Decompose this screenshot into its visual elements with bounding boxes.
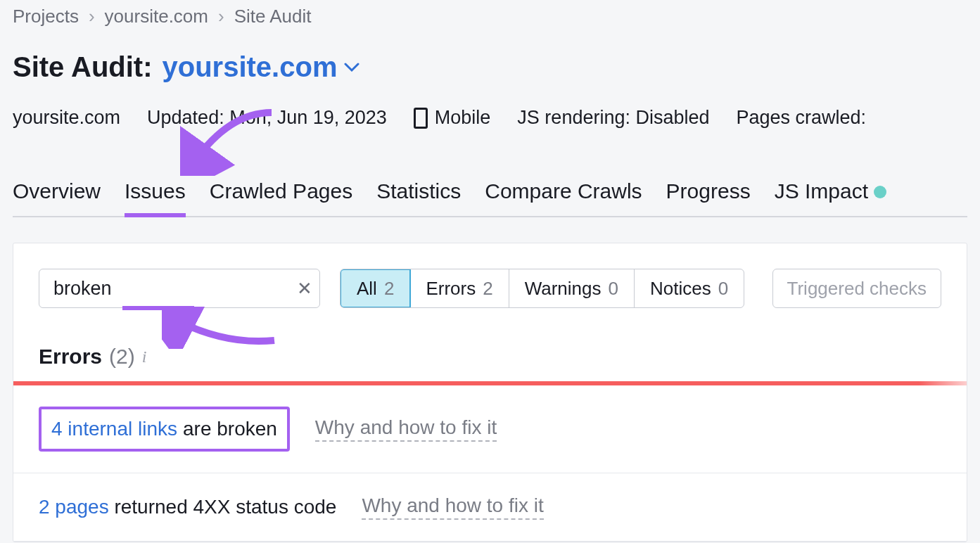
issue-link[interactable]: 4 internal links [51, 418, 177, 440]
errors-count: (2) [109, 345, 135, 369]
errors-label: Errors [39, 345, 102, 369]
meta-device-text: Mobile [435, 107, 491, 129]
meta-domain: yoursite.com [13, 107, 120, 129]
meta-pages-crawled: Pages crawled: [737, 107, 867, 129]
filter-errors-label: Errors [426, 278, 476, 300]
page-title: Site Audit: [13, 51, 153, 83]
filter-warnings[interactable]: Warnings 0 [509, 269, 635, 307]
search-input[interactable] [48, 278, 297, 300]
issue-text: are broken [183, 418, 277, 440]
filter-warnings-count: 0 [608, 278, 618, 300]
how-to-fix-link[interactable]: Why and how to fix it [362, 494, 543, 520]
tab-issues[interactable]: Issues [125, 179, 186, 216]
chevron-down-icon [344, 63, 359, 72]
tab-js-impact[interactable]: JS Impact [775, 179, 887, 216]
meta-row: yoursite.com Updated: Mon, Jun 19, 2023 … [13, 107, 967, 129]
breadcrumb: Projects › yoursite.com › Site Audit [13, 0, 967, 27]
tab-statistics[interactable]: Statistics [376, 179, 461, 216]
filter-all-label: All [357, 278, 377, 300]
filter-notices[interactable]: Notices 0 [635, 269, 744, 307]
issue-row: 2 pages returned 4XX status code Why and… [13, 473, 967, 542]
clear-icon[interactable]: ✕ [297, 278, 312, 300]
annotation-underline [122, 306, 194, 310]
filter-notices-count: 0 [718, 278, 728, 300]
tabs: Overview Issues Crawled Pages Statistics… [13, 179, 967, 217]
filter-all[interactable]: All 2 [340, 269, 411, 308]
chevron-right-icon: › [89, 6, 95, 27]
annotation-highlight-box: 4 internal links are broken [39, 407, 290, 452]
meta-js-rendering: JS rendering: Disabled [517, 107, 709, 129]
badge-icon [874, 186, 886, 198]
meta-updated: Updated: Mon, Jun 19, 2023 [147, 107, 387, 129]
tab-progress[interactable]: Progress [666, 179, 751, 216]
filter-warnings-label: Warnings [525, 278, 602, 300]
title-domain-text: yoursite.com [163, 51, 338, 83]
page-title-row: Site Audit: yoursite.com [13, 51, 967, 83]
issue-link[interactable]: 2 pages [39, 496, 109, 518]
tab-js-impact-label: JS Impact [775, 179, 868, 203]
tab-crawled-pages[interactable]: Crawled Pages [210, 179, 352, 216]
filter-all-count: 2 [384, 278, 394, 300]
mobile-icon [414, 108, 428, 129]
issue-row: 4 internal links are broken Why and how … [13, 385, 967, 473]
filter-group: All 2 Errors 2 Warnings 0 Notices 0 [340, 269, 744, 308]
breadcrumb-section[interactable]: Site Audit [234, 6, 312, 27]
how-to-fix-link[interactable]: Why and how to fix it [315, 416, 497, 442]
issues-panel: ✕ All 2 Errors 2 Warnings 0 Notices [13, 243, 967, 542]
issue-text: returned 4XX status code [114, 496, 336, 518]
title-domain-dropdown[interactable]: yoursite.com [163, 51, 360, 83]
errors-section-header: Errors (2) i [13, 328, 967, 381]
filter-errors-count: 2 [483, 278, 492, 300]
triggered-checks-dropdown[interactable]: Triggered checks [772, 269, 941, 308]
info-icon[interactable]: i [142, 347, 147, 366]
breadcrumb-projects[interactable]: Projects [13, 6, 79, 27]
meta-device: Mobile [414, 107, 491, 129]
filter-notices-label: Notices [650, 278, 711, 300]
tab-overview[interactable]: Overview [13, 179, 101, 216]
breadcrumb-domain[interactable]: yoursite.com [105, 6, 208, 27]
tab-compare-crawls[interactable]: Compare Crawls [485, 179, 642, 216]
filter-errors[interactable]: Errors 2 [410, 269, 509, 307]
chevron-right-icon: › [218, 6, 224, 27]
triggered-checks-label: Triggered checks [787, 278, 927, 300]
panel-toolbar: ✕ All 2 Errors 2 Warnings 0 Notices [13, 243, 967, 328]
search-box[interactable]: ✕ [39, 269, 320, 308]
